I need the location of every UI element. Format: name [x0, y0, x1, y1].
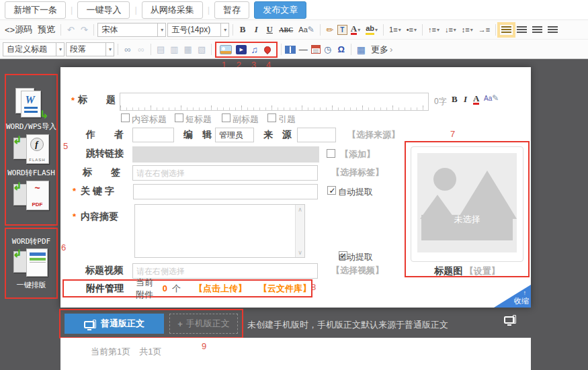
image-float-left-icon[interactable]: ▤	[155, 42, 167, 56]
insert-table-icon[interactable]: ▦	[355, 42, 368, 56]
title-italic-icon[interactable]: I	[464, 94, 467, 105]
word-to-flash-icon[interactable]: ↳ f FLASH	[13, 134, 50, 166]
tag-input[interactable]	[132, 165, 318, 181]
plus-icon: +	[177, 319, 183, 329]
choose-tag-link[interactable]: 【选择标签】	[331, 167, 384, 179]
insert-image-icon[interactable]	[220, 45, 232, 54]
one-click-import-button[interactable]: 一键导入	[77, 1, 130, 19]
format-painter-icon[interactable]: ✏	[324, 23, 336, 37]
ordered-list-button[interactable]: 1≡▾	[387, 23, 403, 37]
title-bold-icon[interactable]: B	[452, 94, 458, 105]
time-icon[interactable]: ◷	[322, 42, 334, 56]
date-icon[interactable]	[311, 45, 321, 54]
add-next-button[interactable]: 新增下一条	[5, 1, 66, 19]
source-input[interactable]	[297, 128, 336, 142]
more-button[interactable]: 更多›	[369, 42, 394, 56]
space-after-icon: ↓≡	[445, 26, 453, 34]
paragraph-value: 段落	[67, 44, 106, 55]
device-preview-icon[interactable]	[504, 315, 516, 324]
save-draft-button[interactable]: 暂存	[214, 1, 249, 19]
choose-video-link[interactable]: 【选择视频】	[331, 265, 384, 277]
content-title-checkbox[interactable]: 内容标题	[121, 113, 167, 126]
undo-icon[interactable]: ↶	[65, 23, 77, 37]
word-to-pdf-label: WORD转PDF	[12, 236, 50, 246]
font-color-button[interactable]: A▾	[349, 23, 362, 37]
add-jump-link[interactable]: 【添加】	[340, 148, 375, 160]
align-left-icon[interactable]	[501, 26, 511, 34]
highlight-color-button[interactable]: ab▾	[364, 23, 380, 37]
author-input[interactable]	[132, 128, 174, 142]
keyword-input[interactable]	[133, 184, 318, 199]
preview-button[interactable]: 预览	[36, 23, 57, 37]
indent-icon[interactable]: →≡	[476, 23, 492, 37]
keyword-auto-checkbox[interactable]	[327, 186, 336, 195]
summary-label: 内容摘要	[81, 211, 118, 223]
remove-link-icon[interactable]: ∞	[135, 42, 147, 56]
italic-icon[interactable]: I	[250, 23, 262, 37]
paragraph-select[interactable]: 段落▾	[66, 42, 114, 56]
set-title-image-link[interactable]: 【设置】	[465, 266, 500, 276]
cloud-library-link[interactable]: 【云文件库】	[259, 283, 311, 295]
choose-source-link[interactable]: 【选择来源】	[347, 129, 400, 141]
source-code-button[interactable]: <>源码	[3, 23, 34, 37]
collect-from-web-button[interactable]: 从网络采集	[142, 1, 203, 19]
underline-icon[interactable]: U	[263, 23, 276, 37]
short-title-checkbox[interactable]: 短标题	[175, 113, 212, 126]
summary-textarea[interactable]: ∧ ∨	[134, 204, 305, 258]
heading-style-select[interactable]: 自定义标题▾	[3, 42, 65, 56]
jump-link-checkbox[interactable]	[327, 149, 335, 158]
editor-toolbar: <>源码 预览 ↶ ↷ 宋体▾ 五号(14px)▾ B I U ABC Aa✎ …	[0, 20, 588, 59]
title-input[interactable]	[120, 93, 429, 111]
toolbar-divider	[233, 24, 233, 36]
toolbar-divider	[60, 24, 61, 36]
image-center-icon[interactable]: ▦	[182, 42, 194, 56]
upload-attachment-link[interactable]: 【点击上传】	[194, 283, 247, 295]
align-right-icon[interactable]	[532, 26, 542, 34]
insert-map-icon[interactable]	[263, 44, 272, 54]
scroll-down-icon[interactable]: ∨	[298, 249, 302, 256]
horizontal-rule-icon[interactable]: —	[297, 42, 310, 56]
summary-scrollbar[interactable]: ∧ ∨	[295, 205, 304, 257]
strikethrough-icon[interactable]: ABC	[277, 23, 295, 37]
font-color-icon: A	[351, 24, 357, 35]
title-image-label: 标题图	[434, 265, 462, 276]
special-char-icon[interactable]: Ω	[335, 42, 347, 56]
insert-audio-icon[interactable]: ♫	[251, 44, 258, 55]
space-after-button[interactable]: ↓≡▾	[443, 23, 458, 37]
bullet-list-button[interactable]: •≡▾	[405, 23, 419, 37]
insert-video-icon[interactable]: ▶	[236, 45, 247, 54]
scroll-up-icon[interactable]: ∧	[298, 206, 302, 213]
one-click-typeset-icon[interactable]: ↳	[13, 248, 50, 278]
redo-icon[interactable]: ↷	[78, 23, 90, 37]
align-center-icon[interactable]	[517, 26, 527, 34]
image-block-icon[interactable]: ▧	[196, 42, 208, 56]
word-to-pdf-icon[interactable]: ↳ ~ PDF	[13, 180, 50, 212]
one-click-typeset-label: 一键排版	[17, 280, 46, 290]
space-before-button[interactable]: ↑≡▾	[426, 23, 442, 37]
toolbar-row-1: <>源码 预览 ↶ ↷ 宋体▾ 五号(14px)▾ B I U ABC Aa✎ …	[0, 20, 588, 40]
title-style-pen-icon[interactable]: Aa✎	[484, 93, 499, 103]
lead-title-checkbox[interactable]: 引题	[267, 113, 296, 126]
tab-normal-content[interactable]: 普通版正文	[65, 314, 164, 334]
publish-article-button[interactable]: 发布文章	[254, 1, 306, 19]
align-justify-icon[interactable]	[548, 26, 558, 34]
font-family-select[interactable]: 宋体▾	[97, 23, 166, 37]
import-arrow-icon: ↳	[40, 108, 48, 121]
image-float-right-icon[interactable]: ▥	[168, 42, 180, 56]
title-video-input[interactable]	[132, 263, 318, 279]
word-wps-import-icon[interactable]: W ↳	[13, 87, 50, 120]
bold-icon[interactable]: B	[237, 23, 249, 37]
subtitle-checkbox[interactable]: 副标题	[222, 113, 259, 126]
insert-link-icon[interactable]: ∞	[122, 42, 134, 56]
editor-input[interactable]	[215, 128, 254, 142]
title-image-card[interactable]: 未选择	[411, 146, 523, 262]
attachment-label: 附件管理	[86, 283, 124, 295]
title-color-icon[interactable]: A	[473, 94, 479, 105]
line-spacing-button[interactable]: ↕≡▾	[460, 23, 475, 37]
attachment-annotation-box: 附件管理 当前附件 0 个 【点击上传】 【云文件库】	[62, 279, 312, 297]
tab-mobile-content[interactable]: + 手机版正文	[169, 314, 238, 334]
paste-plain-text-icon[interactable]: T	[337, 25, 347, 35]
columns-layout-icon[interactable]	[285, 46, 296, 54]
case-convert-icon[interactable]: Aa✎	[296, 23, 317, 37]
font-size-select[interactable]: 五号(14px)▾	[167, 23, 229, 37]
